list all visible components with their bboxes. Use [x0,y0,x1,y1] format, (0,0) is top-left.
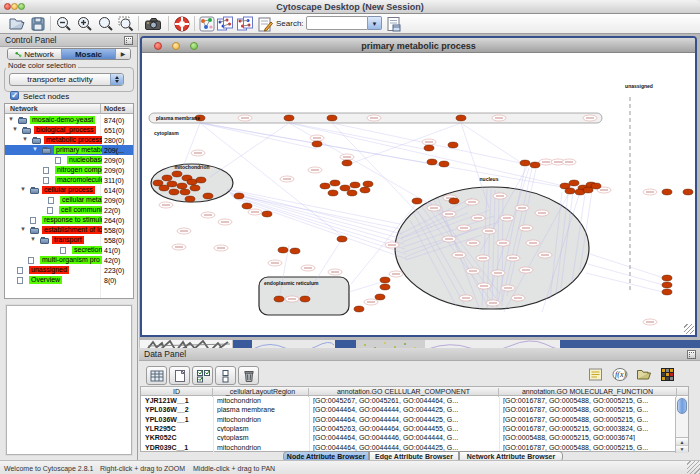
zoom-selected-icon[interactable] [117,15,135,33]
graph-node[interactable] [662,289,672,295]
node-color-dropdown[interactable]: transporter activity [9,73,124,86]
network-view-window[interactable]: primary metabolic process plasma membran… [140,36,697,337]
graph-node[interactable] [328,190,338,196]
tree-row[interactable]: ▼establishment of lo558(0) [5,225,133,235]
graph-node[interactable] [449,198,459,204]
graph-node[interactable] [337,236,347,242]
expand-triangle-icon[interactable]: ▼ [22,136,28,142]
graph-node[interactable] [448,142,458,148]
graph-node[interactable] [380,277,390,283]
graph-node[interactable] [530,162,540,168]
tree-row[interactable]: nucleobase-209(0) [5,155,133,165]
tree-row[interactable]: secretion41(0) [5,245,133,255]
graph-node[interactable] [284,115,294,121]
save-session-icon[interactable] [29,15,47,33]
select-nodes-checkbox[interactable]: ✓ [10,91,19,100]
expand-triangle-icon[interactable]: ▼ [20,186,26,192]
tree-row[interactable]: ▼primary metabo209(... [5,145,133,155]
graph-node[interactable] [177,183,187,189]
graph-node[interactable] [159,185,169,191]
graph-node[interactable] [380,284,390,290]
edit-annotation-icon[interactable] [256,15,274,33]
graph-node[interactable] [300,296,310,302]
expand-triangle-icon[interactable]: ▼ [8,116,14,122]
zoom-fit-icon[interactable] [97,15,115,33]
background-windows[interactable] [139,337,700,348]
tree-row[interactable]: ▼cellular process614(0) [5,185,133,195]
network-canvas[interactable]: plasma membrane cytoplasm mitochondrion … [144,53,698,335]
tree-row[interactable]: response to stimulu264(0) [5,215,133,225]
search-dropdown-button[interactable]: ▼ [368,16,382,30]
tree-row[interactable]: unassigned223(0) [5,265,133,275]
graph-node[interactable] [203,193,213,199]
help-lifesaver-icon[interactable] [173,15,191,33]
window-titlebar[interactable]: Cytoscape Desktop (New Session) [0,0,700,14]
import-attributes-icon[interactable] [636,367,653,383]
table-row[interactable]: YKR052Ccytoplasm[GO:0044464, GO:0044446,… [141,434,676,443]
graph-node[interactable] [278,247,288,253]
tab-network[interactable]: Network [8,49,62,59]
tree-row[interactable]: ▼transport558(0) [5,235,133,245]
graph-node[interactable] [320,183,330,189]
expand-triangle-icon[interactable]: ▼ [20,226,26,232]
graph-node[interactable] [167,181,177,187]
network-merge-red-icon[interactable] [216,15,234,33]
graph-node[interactable] [234,193,244,199]
unselect-attributes-button[interactable] [215,366,236,385]
graph-node[interactable] [290,248,300,254]
scroll-down-button[interactable]: ▼ [676,445,688,453]
graph-node[interactable] [375,294,385,300]
graph-node[interactable] [662,282,672,288]
graph-node[interactable] [662,189,672,195]
select-attributes-button[interactable] [192,366,213,385]
graph-node[interactable] [565,188,575,194]
graph-node[interactable] [424,145,434,151]
graph-node[interactable] [169,189,179,195]
graph-node[interactable] [274,296,284,302]
graph-node[interactable] [583,187,593,193]
table-row[interactable]: YJR121W__1mitochondrion[GO:0045267, GO:0… [141,397,676,406]
network-window-titlebar[interactable]: primary metabolic process [142,38,695,53]
graph-node[interactable] [242,203,252,209]
attribute-browser-icon[interactable] [385,15,403,33]
table-scrollbar[interactable]: ▲▼ [675,397,688,453]
graph-node[interactable] [350,182,360,188]
graph-node[interactable] [262,211,272,217]
tree-row[interactable]: ▼biological_process651(0) [5,125,133,135]
export-image-icon[interactable] [144,15,162,33]
tree-row[interactable]: cell communicat22(0) [5,205,133,215]
control-panel-float-icon[interactable] [124,36,133,45]
graph-node[interactable] [662,275,672,281]
attribute-notes-icon[interactable] [588,367,605,383]
graph-node[interactable] [187,179,197,185]
graph-node[interactable] [439,161,449,167]
table-row[interactable]: YPL036W__2plasma membrane[GO:0044464, GO… [141,406,676,415]
delete-attribute-button[interactable] [238,366,259,385]
tree-row[interactable]: nitrogen compo209(0) [5,165,133,175]
graph-node[interactable] [312,141,322,147]
table-row[interactable]: YLR295Ccytoplasm[GO:0045263, GO:0044464,… [141,425,676,434]
tree-row[interactable]: multi-organism pro42(0) [5,255,133,265]
graph-node[interactable] [591,183,601,189]
tree-row[interactable]: ▼mosaic-demo-yeast874(0) [5,115,133,125]
graph-node[interactable] [342,160,352,166]
graph-node[interactable] [340,185,350,191]
graph-node[interactable] [153,180,163,186]
window-resize-grip[interactable] [684,324,694,334]
graph-node[interactable] [185,196,195,202]
tree-row[interactable]: macromolecule311(0) [5,175,133,185]
graph-node[interactable] [683,189,693,195]
graph-node[interactable] [569,180,579,186]
graph-node[interactable] [354,306,364,312]
graph-node[interactable] [327,115,337,121]
expand-triangle-icon[interactable]: ▼ [12,126,18,132]
expand-triangle-icon[interactable]: ▼ [32,146,38,152]
graph-node[interactable] [520,160,530,166]
graph-node[interactable] [363,181,373,187]
function-builder-icon[interactable]: f(x) [612,367,629,383]
app-resize-grip[interactable] [687,461,700,474]
data-panel-float-icon[interactable] [687,350,696,359]
table-column-header[interactable]: annotation.GO CELLULAR_COMPONENT [309,388,499,397]
graph-node[interactable] [190,185,200,191]
tab-mosaic[interactable]: Mosaic [62,49,116,59]
